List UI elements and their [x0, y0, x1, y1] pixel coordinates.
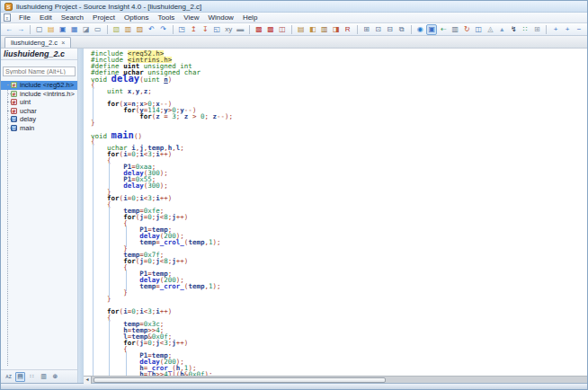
back-icon[interactable]: ← [4, 24, 14, 35]
tile-horizontal-icon[interactable]: ⊞ [361, 24, 372, 35]
reference-book-icon[interactable]: ▥ [39, 372, 49, 382]
code-line: for(i=0;i<3;i++) [84, 195, 587, 201]
block-guide-line [93, 144, 94, 376]
new-file-icon[interactable]: ▢ [34, 24, 45, 35]
bookmarks-icon[interactable]: ▤ [296, 24, 307, 35]
jump-to-definition-icon[interactable]: ↧ [200, 24, 210, 35]
symbol-list-view-icon[interactable]: ▤ [15, 372, 25, 382]
open-file-icon[interactable]: ▤ [46, 24, 57, 35]
toolbar-separator [546, 25, 547, 34]
forward-icon[interactable]: → [15, 24, 26, 35]
document-icon[interactable]: ≡ [4, 13, 11, 22]
symbol-item-include-intrins-h-[interactable]: #include <intrins.h> [1, 90, 77, 99]
symbol-item-uchar[interactable]: #uchar [1, 107, 77, 116]
code-line: temp=_crol_(temp,1); [84, 239, 587, 245]
menu-search[interactable]: Search [57, 13, 88, 22]
code-line: for(j=0;j<3;j++) [84, 340, 587, 346]
symbol-label: uint [20, 98, 31, 106]
browse-files-icon[interactable]: ◱ [211, 24, 222, 35]
horizontal-scrollbar[interactable]: ◂ [84, 376, 587, 383]
xy-lookup-icon[interactable]: xy [223, 24, 234, 35]
toolbar-separator [173, 25, 174, 34]
favorites-icon[interactable]: ◧ [307, 24, 318, 35]
code-line: for(i=0;i<3;i++) [84, 151, 587, 157]
cascade-windows-icon[interactable]: ⧉ [396, 24, 407, 35]
paste-icon[interactable]: ▨ [135, 24, 146, 35]
toolbar-separator [357, 25, 358, 34]
menu-project[interactable]: Project [88, 13, 120, 22]
relation-refresh-icon[interactable]: R [343, 24, 353, 35]
block-guide-line [109, 207, 110, 297]
code-line: { [84, 157, 587, 164]
scroll-left-icon[interactable]: ◂ [84, 377, 92, 384]
browse-symbols-icon[interactable]: ▬ [235, 24, 245, 35]
print-icon[interactable]: ▭ [93, 24, 103, 35]
tab-label: liushuideng_2.c [11, 39, 58, 47]
close-window-icon[interactable]: ▩ [265, 24, 276, 35]
symbol-item-include-reg52-h-[interactable]: #include <reg52.h> [1, 81, 77, 90]
save-all-icon[interactable]: ▦ [69, 24, 80, 35]
save-icon[interactable]: ▣ [58, 24, 68, 35]
toolbar-separator [249, 25, 250, 34]
lookup-references-icon[interactable]: ◳ [176, 24, 187, 35]
tile-vertical-icon[interactable]: ⊟ [385, 24, 396, 35]
symbol-tree: #include <reg52.h>#include <intrins.h>#u… [1, 78, 77, 369]
symbol-pairs-icon[interactable]: ∷ [520, 24, 530, 35]
block-guide-line [126, 270, 127, 291]
symbol-item-main[interactable]: ≡main [1, 124, 77, 133]
pointer-tool-icon[interactable]: ↯ [508, 24, 519, 35]
remove-item-icon[interactable]: − [574, 24, 584, 35]
tab-liushuideng-2c[interactable]: liushuideng_2.c × [4, 37, 71, 48]
sort-alphabetic-icon[interactable]: AZ [4, 372, 13, 382]
code-line: uint x,y,z; [84, 88, 587, 94]
select-mode-icon[interactable]: ▣ [426, 24, 437, 35]
context-window-icon[interactable]: ◫ [473, 24, 484, 35]
file-list-icon[interactable]: ▥ [450, 24, 460, 35]
menu-tools[interactable]: Tools [154, 13, 180, 22]
compass-icon[interactable]: ◉ [414, 24, 425, 35]
refresh-view-icon[interactable]: ↻ [461, 24, 472, 35]
cloud-sync-icon[interactable]: ▴ [496, 24, 507, 35]
symbol-label: uchar [20, 107, 37, 115]
maximize-window-icon[interactable]: ⊡ [373, 24, 384, 35]
code-line [84, 126, 587, 132]
app-icon: S [4, 3, 13, 11]
grid-view-icon[interactable]: ⊞ [531, 24, 542, 35]
toolbar-separator [107, 25, 108, 34]
code-line: for(j=0;j<8;j++) [84, 214, 587, 220]
color-legend-icon[interactable]: ∷ [27, 372, 37, 382]
revert-icon[interactable]: ◪ [81, 24, 92, 35]
symbol-label: delay [20, 115, 36, 123]
indent-left-icon[interactable]: + [550, 24, 561, 35]
include-symbol-icon: # [11, 82, 17, 88]
copy-icon[interactable]: ▥ [123, 24, 134, 35]
code-editor[interactable]: #include <reg52.h>#include <intrins.h>#d… [84, 49, 587, 376]
nav-back-icon[interactable]: ⇠ [438, 24, 449, 35]
symbol-window-title: liushuideng_2.c [1, 49, 77, 60]
scrollbar-thumb[interactable] [94, 377, 386, 383]
menu-window[interactable]: Window [203, 13, 237, 22]
close-tab-icon[interactable]: × [61, 40, 65, 46]
menu-file[interactable]: File [14, 13, 35, 22]
cut-icon[interactable]: ▧ [111, 24, 122, 35]
menu-edit[interactable]: Edit [35, 13, 57, 22]
symbol-search-input[interactable] [3, 66, 76, 76]
settings-gear-icon[interactable]: ⊛ [50, 372, 60, 382]
symbol-search [3, 61, 76, 77]
symbol-item-uint[interactable]: #uint [1, 98, 77, 107]
contents-icon[interactable]: ▥ [319, 24, 330, 35]
redo-icon[interactable]: ↷ [158, 24, 169, 35]
menu-view[interactable]: View [179, 13, 203, 22]
indent-right-icon[interactable]: + [562, 24, 573, 35]
undo-icon[interactable]: ↶ [147, 24, 157, 35]
menu-help[interactable]: Help [238, 13, 262, 22]
highlight-word-icon[interactable]: ◨ [331, 24, 342, 35]
jump-to-caller-icon[interactable]: ↥ [188, 24, 199, 35]
project-window-icon[interactable]: ▩ [254, 24, 264, 35]
menu-options[interactable]: Options [120, 13, 154, 22]
symbol-item-delay[interactable]: ≡delay [1, 115, 77, 124]
clip-window-icon[interactable]: ◬ [485, 24, 495, 35]
block-guide-line [109, 320, 110, 376]
new-window-icon[interactable]: ◫ [277, 24, 288, 35]
define-symbol-icon: # [11, 99, 17, 105]
